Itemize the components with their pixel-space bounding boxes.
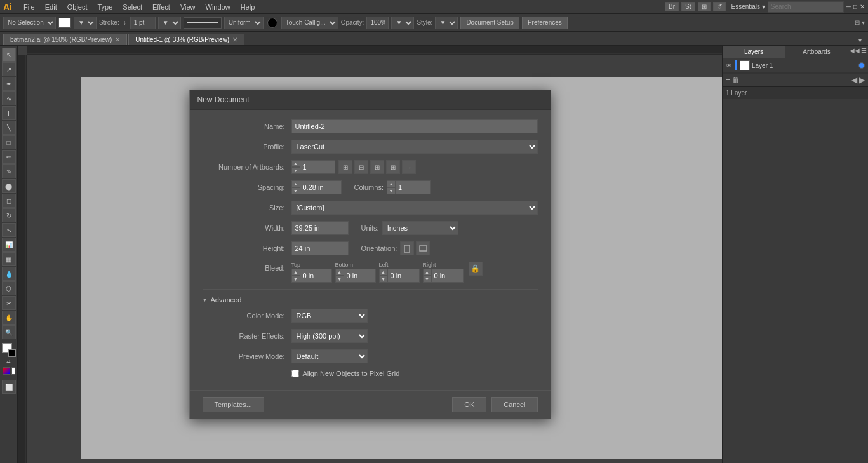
selection-dropdown[interactable]: No Selection: [3, 17, 56, 29]
bleed-bottom-up[interactable]: ▲: [335, 269, 344, 276]
tool-blend[interactable]: ⬡: [2, 281, 16, 295]
doc-setup-btn[interactable]: Document Setup: [460, 17, 519, 29]
tool-hand[interactable]: ✋: [2, 311, 16, 325]
columns-down[interactable]: ▼: [387, 187, 396, 194]
opacity-dropdown[interactable]: ▼: [391, 17, 414, 29]
tool-select[interactable]: ↖: [2, 48, 16, 62]
name-input[interactable]: [291, 119, 538, 133]
menu-object[interactable]: Object: [62, 3, 93, 11]
profile-select[interactable]: LaserCut Print Web: [291, 140, 538, 154]
templates-btn[interactable]: Templates...: [203, 397, 264, 412]
stroke-value[interactable]: [130, 17, 156, 29]
grid-btn-2[interactable]: ⊟: [354, 160, 368, 174]
tab-batman[interactable]: batman2.ai @ 150% (RGB/Preview) ✕: [3, 34, 127, 45]
cancel-btn[interactable]: Cancel: [491, 397, 537, 412]
grid-btn-5[interactable]: →: [402, 160, 416, 174]
bleed-left-down[interactable]: ▼: [379, 276, 388, 283]
tab-scroll-right[interactable]: ▾: [855, 36, 865, 45]
tab-batman-close[interactable]: ✕: [115, 36, 120, 43]
arrange-icon[interactable]: ⊟: [855, 19, 860, 26]
touch-select[interactable]: Touch Callig...: [281, 17, 338, 29]
preferences-btn[interactable]: Preferences: [522, 17, 568, 29]
tab-artboards[interactable]: Artboards: [785, 46, 848, 58]
tab-untitled-close[interactable]: ✕: [232, 36, 237, 43]
tool-pencil[interactable]: ✎: [2, 164, 16, 178]
menu-help[interactable]: Help: [236, 3, 260, 11]
tool-graph[interactable]: 📊: [2, 238, 16, 252]
bleed-top-down[interactable]: ▼: [291, 276, 300, 283]
preview-select[interactable]: Default Pixel Overprint: [291, 349, 368, 363]
tool-blob[interactable]: ⬤: [2, 179, 16, 193]
swap-colors[interactable]: ⇄: [6, 359, 11, 365]
bleed-left-up[interactable]: ▲: [379, 269, 388, 276]
bleed-bottom-input[interactable]: [344, 269, 376, 283]
bleed-top-input[interactable]: [300, 269, 332, 283]
portrait-btn[interactable]: [400, 241, 414, 255]
layer-dot[interactable]: [858, 62, 865, 69]
fill-control[interactable]: [2, 343, 16, 357]
columns-input[interactable]: [396, 180, 431, 194]
bleed-right-up[interactable]: ▲: [423, 269, 432, 276]
fill-color[interactable]: [58, 18, 71, 28]
tool-pen[interactable]: ✒: [2, 77, 16, 91]
grid-btn-1[interactable]: ⊞: [338, 160, 352, 174]
stroke-box[interactable]: [8, 349, 16, 357]
size-select[interactable]: [Custom] Letter Legal A4: [291, 201, 538, 215]
bleed-left-input[interactable]: [388, 269, 420, 283]
artboards-arrows[interactable]: ▲ ▼: [291, 160, 300, 174]
stroke-dropdown[interactable]: ▼: [158, 17, 181, 29]
tab-untitled[interactable]: Untitled-1 @ 33% (RGB/Preview) ✕: [128, 34, 244, 45]
rotate-btn[interactable]: ↺: [713, 2, 726, 11]
none-mode-btn[interactable]: [11, 367, 15, 375]
bleed-top-up[interactable]: ▲: [291, 269, 300, 276]
tool-scale[interactable]: ⤡: [2, 223, 16, 237]
color-mode-select[interactable]: RGB CMYK: [291, 309, 368, 323]
raster-select[interactable]: High (300 ppi) Medium (150 ppi) Screen (…: [291, 329, 368, 343]
layers-scroll-btn[interactable]: ▶: [859, 76, 865, 84]
tool-shape[interactable]: □: [2, 135, 16, 149]
width-input[interactable]: [291, 221, 349, 235]
columns-up[interactable]: ▲: [387, 180, 396, 187]
menu-edit[interactable]: Edit: [40, 3, 62, 11]
tab-layers[interactable]: Layers: [723, 46, 785, 58]
artboards-up[interactable]: ▲: [291, 160, 300, 167]
panel-expand-btn[interactable]: ◀◀: [850, 47, 860, 57]
color-select[interactable]: ▼: [74, 17, 97, 29]
menu-file[interactable]: File: [18, 3, 40, 11]
bleed-lock-btn[interactable]: 🔒: [469, 262, 483, 276]
spacing-down[interactable]: ▼: [291, 187, 300, 194]
tool-rotate[interactable]: ↻: [2, 208, 16, 222]
workspace-btn[interactable]: ⊞: [698, 2, 711, 11]
tool-eraser[interactable]: ◻: [2, 194, 16, 208]
style-select[interactable]: ▼: [435, 17, 458, 29]
menu-window[interactable]: Window: [201, 3, 236, 11]
maximize-btn[interactable]: □: [853, 3, 857, 10]
spacing-up[interactable]: ▲: [291, 180, 300, 187]
units-select[interactable]: Inches Centimeters Millimeters Points Pi…: [382, 221, 458, 235]
search-input[interactable]: [768, 1, 844, 13]
advanced-toggle[interactable]: ▼ Advanced: [203, 296, 538, 304]
menu-view[interactable]: View: [175, 3, 201, 11]
tool-type[interactable]: T: [2, 106, 16, 120]
ok-btn[interactable]: OK: [452, 397, 486, 412]
spacing-arrows[interactable]: ▲ ▼: [291, 180, 300, 194]
tool-scissors[interactable]: ✂: [2, 296, 16, 310]
bridge-btn[interactable]: Br: [665, 2, 679, 11]
bleed-right-down[interactable]: ▼: [423, 276, 432, 283]
uniform-select[interactable]: Uniform: [224, 17, 264, 29]
artboards-input[interactable]: [300, 160, 335, 174]
menu-select[interactable]: Select: [117, 3, 147, 11]
columns-arrows[interactable]: ▲ ▼: [387, 180, 396, 194]
tool-gradient[interactable]: ▦: [2, 252, 16, 266]
tool-line[interactable]: ╲: [2, 121, 16, 135]
more-icon[interactable]: ▾: [862, 19, 865, 26]
align-checkbox[interactable]: [291, 370, 299, 377]
tool-eyedropper[interactable]: 💧: [2, 267, 16, 281]
bleed-right-input[interactable]: [432, 269, 464, 283]
artboard-tool[interactable]: ⬜: [2, 380, 16, 394]
landscape-btn[interactable]: [416, 241, 430, 255]
delete-layer-btn[interactable]: 🗑: [732, 76, 740, 84]
close-btn[interactable]: ✕: [860, 3, 865, 10]
panel-menu-btn[interactable]: ☰: [861, 47, 867, 57]
grid-btn-3[interactable]: ⊞: [370, 160, 384, 174]
